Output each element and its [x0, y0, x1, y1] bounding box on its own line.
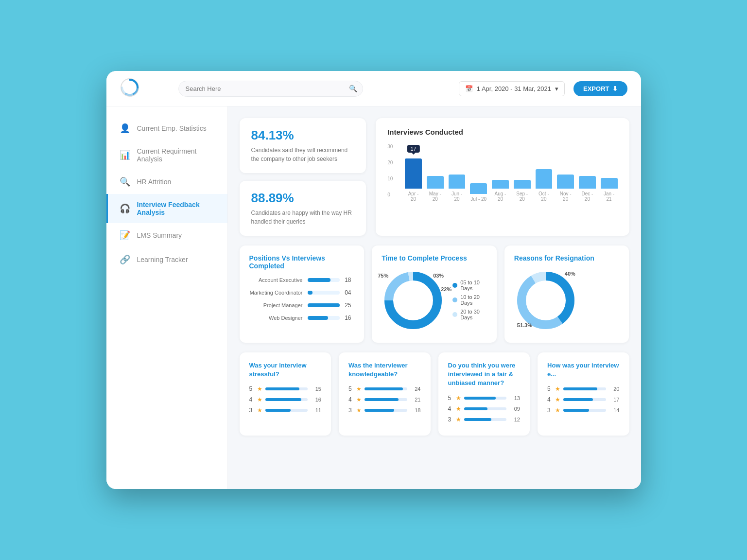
rating-num: 3 — [249, 407, 254, 414]
chart-title: Interviews Conducted — [387, 128, 617, 136]
legend-dot-2 — [452, 298, 457, 302]
donut-wrap-time: 75% 22% 03% 05 to 10 Days 10 to 20 — [382, 269, 487, 334]
donut-wrap-resignation: 40% 51.3% — [514, 269, 620, 334]
bar-tooltip: 17 — [407, 145, 419, 153]
bar-Nov-20[interactable] — [557, 175, 574, 189]
headset-icon: 🎧 — [120, 203, 130, 214]
star-icon: ★ — [555, 407, 560, 414]
rating-bar — [365, 387, 403, 390]
bar-Dec-20[interactable] — [579, 176, 596, 189]
y-label-0: 0 — [387, 192, 393, 197]
rating-count: 18 — [410, 407, 421, 413]
res-pct-40: 40% — [565, 271, 575, 277]
pos-bar — [308, 291, 313, 295]
rating-card-3: How was your interview e... 5 ★ 20 4 ★ 1… — [538, 352, 629, 436]
sidebar-item-interview-feedback[interactable]: 🎧 Interview Feedback Analysis — [106, 194, 227, 223]
rating-card-2: Do you think you were interviewed in a f… — [438, 352, 530, 436]
rating-bar — [365, 398, 399, 401]
pos-bar — [308, 303, 340, 307]
rating-count: 15 — [311, 386, 321, 392]
rating-count: 21 — [410, 397, 421, 402]
sidebar-item-emp-stats[interactable]: 👤 Current Emp. Statistics — [106, 116, 227, 140]
bar-group: Oct - 20 — [536, 169, 553, 202]
rating-bar — [265, 398, 301, 401]
pos-bar — [308, 278, 331, 282]
logo — [120, 78, 139, 99]
export-label: EXPORT — [583, 85, 609, 92]
rating-row-3-1: 4 ★ 17 — [547, 396, 620, 403]
rating-bar-wrap — [464, 418, 507, 421]
rating-bar — [265, 409, 291, 412]
bar-label: Apr - 20 — [405, 191, 422, 202]
star-icon: ★ — [257, 396, 262, 403]
bar-chart: 17Apr - 20May - 20Jun - 20Jul - 20Aug - … — [405, 144, 617, 202]
bar-group: Aug - 20 — [492, 180, 509, 202]
rating-row-1-2: 3 ★ 18 — [348, 407, 421, 414]
rating-count: 14 — [609, 407, 620, 413]
pos-val: 25 — [345, 302, 354, 309]
bar-group: Jul - 20 — [470, 183, 487, 202]
bar-group: Dec - 20 — [579, 176, 596, 202]
pos-row: Marketing Coordinator 04 — [249, 289, 355, 296]
bar-label: Aug - 20 — [492, 191, 509, 202]
rating-row-1-1: 4 ★ 21 — [348, 396, 421, 403]
pos-label: Web Designer — [249, 315, 303, 321]
pos-bar-wrap — [308, 316, 340, 320]
rating-row-0-1: 4 ★ 16 — [249, 396, 322, 403]
star-icon: ★ — [356, 385, 362, 392]
res-pct-513: 51.3% — [517, 322, 532, 328]
search-input[interactable] — [178, 81, 363, 97]
rating-num: 4 — [547, 396, 552, 403]
legend-label-3: 20 to 30 Days — [460, 309, 487, 320]
bar-May-20[interactable] — [427, 176, 444, 189]
sidebar-item-hr-attrition[interactable]: 🔍 HR Attrition — [106, 170, 227, 194]
stat-value-recommend: 84.13% — [251, 128, 355, 143]
resignation-title: Reasons for Resignation — [514, 254, 620, 262]
bar-Sep-20[interactable] — [514, 180, 531, 189]
rating-bar — [464, 397, 496, 400]
rating-title-3: How was your interview e... — [547, 361, 620, 379]
bar-Jan-21[interactable] — [601, 178, 618, 189]
bar-Aug-20[interactable] — [492, 180, 509, 189]
star-icon: ★ — [356, 407, 362, 414]
bar-Jun-20[interactable] — [449, 175, 466, 189]
pos-label: Marketing Coordinator — [249, 290, 303, 296]
rating-num: 3 — [348, 407, 353, 414]
top-row: 84.13% Candidates said they will recomme… — [240, 118, 629, 236]
main-layout: 👤 Current Emp. Statistics 📊 Current Requ… — [106, 106, 641, 489]
star-icon: ★ — [257, 385, 262, 392]
document-icon: 📝 — [120, 230, 130, 241]
bar-label: May - 20 — [427, 191, 444, 202]
export-button[interactable]: EXPORT ⬇ — [573, 81, 627, 96]
sidebar-item-lms-summary[interactable]: 📝 LMS Summary — [106, 223, 227, 247]
rating-title-0: Was your interview stressful? — [249, 361, 322, 379]
pos-row: Project Manager 25 — [249, 302, 355, 309]
y-label-20: 20 — [387, 160, 393, 165]
rating-title-1: Was the interviewer knowledgeable? — [348, 361, 421, 379]
bar-Oct-20[interactable] — [536, 169, 553, 189]
sidebar-item-label: Current Emp. Statistics — [137, 124, 207, 132]
sidebar-item-req-analysis[interactable]: 📊 Current Requirment Analysis — [106, 140, 227, 170]
sidebar-item-label: Current Requirment Analysis — [137, 147, 216, 163]
rating-count: 24 — [410, 386, 421, 392]
rating-title-2: Do you think you were interviewed in a f… — [448, 361, 521, 388]
positions-list: Account Executive 18 Marketing Coordinat… — [249, 277, 355, 321]
bar-Jul-20[interactable] — [470, 183, 487, 194]
sidebar-item-learning-tracker[interactable]: 🔗 Learning Tracker — [106, 247, 227, 272]
star-icon: ★ — [456, 416, 461, 423]
stat-value-happy: 88.89% — [251, 191, 355, 206]
star-icon: ★ — [555, 385, 560, 392]
time-complete-card: Time to Complete Process 75% — [372, 245, 497, 343]
device-frame: 🔍 📅 1 Apr, 2020 - 31 Mar, 2021 ▾ EXPORT … — [106, 71, 641, 489]
star-icon: ★ — [555, 396, 560, 403]
bar-label: Jun - 20 — [449, 191, 466, 202]
bar-group: May - 20 — [427, 176, 444, 202]
sidebar-item-label: LMS Summary — [137, 231, 182, 239]
header: 🔍 📅 1 Apr, 2020 - 31 Mar, 2021 ▾ EXPORT … — [106, 71, 641, 106]
date-range-picker[interactable]: 📅 1 Apr, 2020 - 31 Mar, 2021 ▾ — [459, 81, 565, 96]
rating-card-0: Was your interview stressful? 5 ★ 15 4 ★… — [240, 352, 331, 436]
calendar-icon: 📅 — [465, 85, 473, 92]
rating-count: 20 — [609, 386, 620, 392]
bar-Apr-20[interactable]: 17 — [405, 158, 422, 189]
rating-count: 12 — [509, 417, 520, 422]
